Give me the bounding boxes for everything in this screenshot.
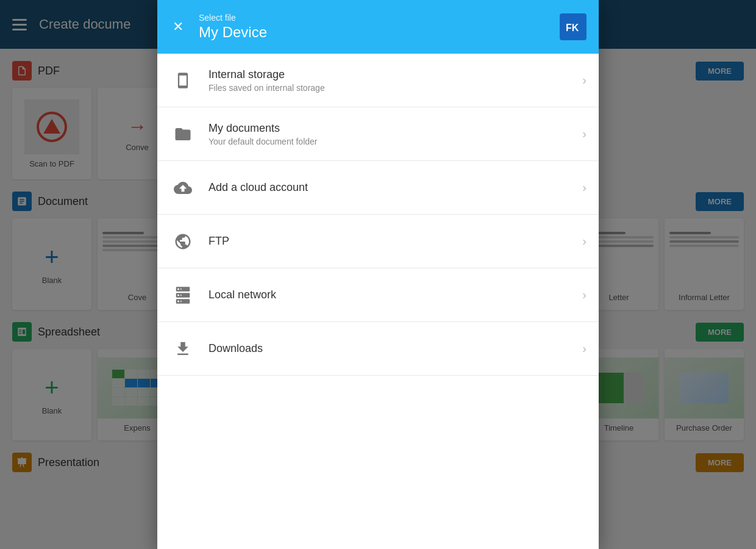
- modal-subtitle: Select file: [199, 13, 267, 23]
- file-select-modal: ✕ Select file My Device FK Internal st: [157, 0, 599, 549]
- chevron-right-icon: ›: [582, 127, 587, 141]
- chevron-right-icon: ›: [582, 234, 587, 248]
- modal-logo: FK: [560, 13, 587, 40]
- downloads-label: Downloads: [209, 342, 576, 355]
- modal-body: Internal storage Files saved on internal…: [157, 54, 599, 549]
- fk-logo-icon: FK: [560, 13, 587, 40]
- internal-storage-text: Internal storage Files saved on internal…: [209, 68, 576, 93]
- my-documents-item[interactable]: My documents Your default document folde…: [157, 107, 599, 161]
- globe-icon: [169, 228, 196, 255]
- local-network-text: Local network: [209, 289, 576, 301]
- my-documents-sublabel: Your default document folder: [209, 137, 576, 146]
- internal-storage-sublabel: Files saved on internal storage: [209, 83, 576, 93]
- ftp-item[interactable]: FTP ›: [157, 215, 599, 268]
- downloads-item[interactable]: Downloads ›: [157, 322, 599, 376]
- ftp-text: FTP: [209, 235, 576, 248]
- svg-text:FK: FK: [566, 23, 579, 33]
- cloud-upload-icon: [169, 174, 196, 201]
- internal-storage-item[interactable]: Internal storage Files saved on internal…: [157, 54, 599, 107]
- modal-title-group: Select file My Device: [199, 13, 267, 41]
- chevron-right-icon: ›: [582, 73, 587, 87]
- downloads-text: Downloads: [209, 342, 576, 355]
- my-documents-label: My documents: [209, 122, 576, 135]
- add-cloud-item[interactable]: Add a cloud account ›: [157, 161, 599, 215]
- internal-storage-label: Internal storage: [209, 68, 576, 81]
- folder-icon: [169, 121, 196, 148]
- modal-header: ✕ Select file My Device FK: [157, 0, 599, 54]
- my-documents-text: My documents Your default document folde…: [209, 122, 576, 146]
- add-cloud-text: Add a cloud account: [209, 181, 576, 194]
- download-icon: [169, 336, 196, 362]
- close-button[interactable]: ✕: [167, 16, 189, 38]
- phone-icon: [169, 67, 196, 94]
- chevron-right-icon: ›: [582, 288, 587, 302]
- local-network-item[interactable]: Local network ›: [157, 268, 599, 322]
- modal-header-left: ✕ Select file My Device: [167, 13, 267, 41]
- modal-title: My Device: [199, 24, 267, 41]
- chevron-right-icon: ›: [582, 342, 587, 356]
- local-network-label: Local network: [209, 289, 576, 301]
- chevron-right-icon: ›: [582, 181, 587, 195]
- add-cloud-label: Add a cloud account: [209, 181, 576, 194]
- ftp-label: FTP: [209, 235, 576, 248]
- server-icon: [169, 282, 196, 309]
